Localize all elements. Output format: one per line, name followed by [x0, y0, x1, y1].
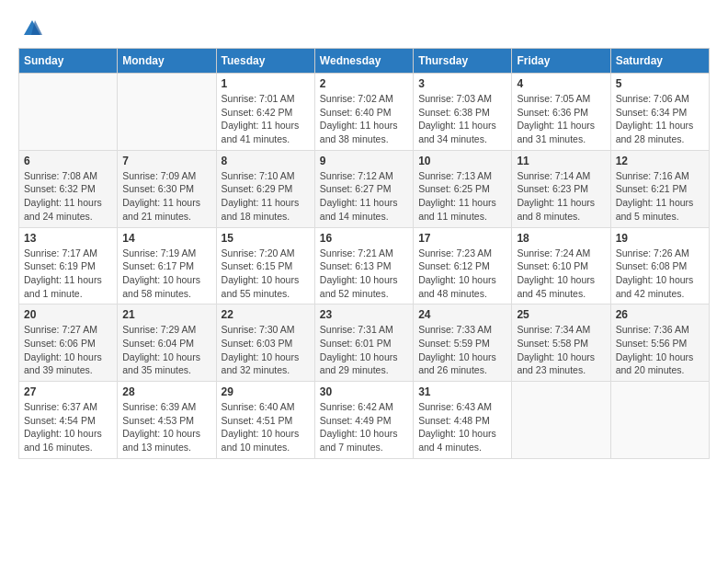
day-info: Sunrise: 7:33 AM Sunset: 5:59 PM Dayligh… [418, 323, 506, 377]
calendar-week-row: 27Sunrise: 6:37 AM Sunset: 4:54 PM Dayli… [19, 382, 710, 459]
day-number: 7 [122, 155, 210, 167]
calendar-cell: 12Sunrise: 7:16 AM Sunset: 6:21 PM Dayli… [610, 150, 709, 227]
day-info: Sunrise: 7:24 AM Sunset: 6:10 PM Dayligh… [517, 247, 605, 301]
day-info: Sunrise: 7:26 AM Sunset: 6:08 PM Dayligh… [616, 247, 704, 301]
day-info: Sunrise: 7:29 AM Sunset: 6:04 PM Dayligh… [122, 323, 210, 377]
logo [18, 18, 42, 39]
calendar-cell: 4Sunrise: 7:05 AM Sunset: 6:36 PM Daylig… [512, 74, 610, 151]
calendar-cell [512, 382, 610, 459]
calendar-cell: 18Sunrise: 7:24 AM Sunset: 6:10 PM Dayli… [512, 227, 610, 304]
calendar-cell: 2Sunrise: 7:02 AM Sunset: 6:40 PM Daylig… [314, 74, 413, 151]
calendar-week-row: 1Sunrise: 7:01 AM Sunset: 6:42 PM Daylig… [19, 74, 710, 151]
day-number: 6 [24, 155, 112, 167]
day-info: Sunrise: 7:12 AM Sunset: 6:27 PM Dayligh… [320, 169, 408, 224]
day-info: Sunrise: 7:02 AM Sunset: 6:40 PM Dayligh… [320, 92, 408, 146]
day-info: Sunrise: 6:40 AM Sunset: 4:51 PM Dayligh… [222, 400, 310, 454]
day-number: 18 [517, 232, 605, 245]
day-info: Sunrise: 7:10 AM Sunset: 6:29 PM Dayligh… [222, 169, 310, 224]
day-number: 30 [320, 385, 408, 398]
day-number: 1 [222, 77, 310, 90]
day-number: 10 [418, 155, 506, 167]
day-info: Sunrise: 7:31 AM Sunset: 6:01 PM Dayligh… [320, 323, 408, 377]
day-info: Sunrise: 7:20 AM Sunset: 6:15 PM Dayligh… [222, 247, 310, 301]
day-number: 11 [517, 155, 605, 167]
day-number: 22 [222, 308, 310, 321]
day-info: Sunrise: 7:30 AM Sunset: 6:03 PM Dayligh… [222, 323, 310, 377]
calendar-day-header: Friday [512, 49, 610, 74]
day-info: Sunrise: 7:06 AM Sunset: 6:34 PM Dayligh… [616, 92, 704, 146]
calendar-day-header: Tuesday [216, 49, 314, 74]
day-number: 2 [320, 77, 408, 90]
day-info: Sunrise: 7:01 AM Sunset: 6:42 PM Dayligh… [222, 92, 310, 146]
day-number: 12 [616, 155, 704, 167]
calendar-cell [610, 382, 709, 459]
day-number: 15 [222, 232, 310, 245]
day-number: 4 [517, 77, 605, 90]
calendar-cell: 26Sunrise: 7:36 AM Sunset: 5:56 PM Dayli… [610, 304, 709, 382]
calendar-cell: 7Sunrise: 7:09 AM Sunset: 6:30 PM Daylig… [118, 150, 216, 227]
calendar-cell: 31Sunrise: 6:43 AM Sunset: 4:48 PM Dayli… [414, 382, 512, 459]
day-info: Sunrise: 7:27 AM Sunset: 6:06 PM Dayligh… [24, 323, 112, 377]
calendar-cell: 15Sunrise: 7:20 AM Sunset: 6:15 PM Dayli… [216, 227, 314, 304]
calendar-cell: 13Sunrise: 7:17 AM Sunset: 6:19 PM Dayli… [19, 227, 118, 304]
day-info: Sunrise: 7:16 AM Sunset: 6:21 PM Dayligh… [616, 169, 704, 224]
day-number: 29 [222, 385, 310, 398]
day-number: 31 [418, 385, 506, 398]
day-number: 28 [122, 385, 210, 398]
calendar-table: SundayMondayTuesdayWednesdayThursdayFrid… [18, 48, 710, 459]
day-info: Sunrise: 7:03 AM Sunset: 6:38 PM Dayligh… [418, 92, 506, 146]
day-number: 8 [222, 155, 310, 167]
calendar-cell [118, 74, 216, 151]
calendar-cell: 11Sunrise: 7:14 AM Sunset: 6:23 PM Dayli… [512, 150, 610, 227]
calendar-day-header: Monday [118, 49, 216, 74]
day-number: 21 [122, 308, 210, 321]
day-number: 3 [418, 77, 506, 90]
calendar-cell: 6Sunrise: 7:08 AM Sunset: 6:32 PM Daylig… [19, 150, 118, 227]
logo-icon [22, 18, 42, 39]
day-info: Sunrise: 7:05 AM Sunset: 6:36 PM Dayligh… [517, 92, 605, 146]
day-info: Sunrise: 6:42 AM Sunset: 4:49 PM Dayligh… [320, 400, 408, 454]
day-info: Sunrise: 6:37 AM Sunset: 4:54 PM Dayligh… [24, 400, 112, 454]
day-info: Sunrise: 7:14 AM Sunset: 6:23 PM Dayligh… [517, 169, 605, 224]
calendar-cell: 10Sunrise: 7:13 AM Sunset: 6:25 PM Dayli… [414, 150, 512, 227]
calendar-cell: 21Sunrise: 7:29 AM Sunset: 6:04 PM Dayli… [118, 304, 216, 382]
day-info: Sunrise: 7:36 AM Sunset: 5:56 PM Dayligh… [616, 323, 704, 377]
day-number: 9 [320, 155, 408, 167]
day-number: 23 [320, 308, 408, 321]
day-info: Sunrise: 7:23 AM Sunset: 6:12 PM Dayligh… [418, 247, 506, 301]
calendar-cell: 24Sunrise: 7:33 AM Sunset: 5:59 PM Dayli… [414, 304, 512, 382]
calendar-cell: 3Sunrise: 7:03 AM Sunset: 6:38 PM Daylig… [414, 74, 512, 151]
calendar-cell: 17Sunrise: 7:23 AM Sunset: 6:12 PM Dayli… [414, 227, 512, 304]
calendar-week-row: 20Sunrise: 7:27 AM Sunset: 6:06 PM Dayli… [19, 304, 710, 382]
day-info: Sunrise: 7:13 AM Sunset: 6:25 PM Dayligh… [418, 169, 506, 224]
day-info: Sunrise: 6:43 AM Sunset: 4:48 PM Dayligh… [418, 400, 506, 454]
day-number: 13 [24, 232, 112, 245]
page-header [18, 18, 710, 39]
day-info: Sunrise: 7:09 AM Sunset: 6:30 PM Dayligh… [122, 169, 210, 224]
calendar-week-row: 6Sunrise: 7:08 AM Sunset: 6:32 PM Daylig… [19, 150, 710, 227]
calendar-cell: 16Sunrise: 7:21 AM Sunset: 6:13 PM Dayli… [314, 227, 413, 304]
calendar-cell: 29Sunrise: 6:40 AM Sunset: 4:51 PM Dayli… [216, 382, 314, 459]
day-number: 26 [616, 308, 704, 321]
calendar-cell: 14Sunrise: 7:19 AM Sunset: 6:17 PM Dayli… [118, 227, 216, 304]
day-number: 14 [122, 232, 210, 245]
day-number: 20 [24, 308, 112, 321]
calendar-cell: 9Sunrise: 7:12 AM Sunset: 6:27 PM Daylig… [314, 150, 413, 227]
calendar-day-header: Saturday [610, 49, 709, 74]
day-info: Sunrise: 7:08 AM Sunset: 6:32 PM Dayligh… [24, 169, 112, 224]
calendar-week-row: 13Sunrise: 7:17 AM Sunset: 6:19 PM Dayli… [19, 227, 710, 304]
calendar-cell: 30Sunrise: 6:42 AM Sunset: 4:49 PM Dayli… [314, 382, 413, 459]
day-info: Sunrise: 7:17 AM Sunset: 6:19 PM Dayligh… [24, 247, 112, 301]
calendar-day-header: Thursday [414, 49, 512, 74]
calendar-cell: 22Sunrise: 7:30 AM Sunset: 6:03 PM Dayli… [216, 304, 314, 382]
calendar-cell: 1Sunrise: 7:01 AM Sunset: 6:42 PM Daylig… [216, 74, 314, 151]
calendar-cell: 23Sunrise: 7:31 AM Sunset: 6:01 PM Dayli… [314, 304, 413, 382]
day-info: Sunrise: 7:21 AM Sunset: 6:13 PM Dayligh… [320, 247, 408, 301]
day-number: 19 [616, 232, 704, 245]
calendar-cell: 8Sunrise: 7:10 AM Sunset: 6:29 PM Daylig… [216, 150, 314, 227]
day-number: 17 [418, 232, 506, 245]
calendar-cell: 28Sunrise: 6:39 AM Sunset: 4:53 PM Dayli… [118, 382, 216, 459]
day-number: 24 [418, 308, 506, 321]
calendar-header-row: SundayMondayTuesdayWednesdayThursdayFrid… [19, 49, 710, 74]
calendar-cell: 5Sunrise: 7:06 AM Sunset: 6:34 PM Daylig… [610, 74, 709, 151]
